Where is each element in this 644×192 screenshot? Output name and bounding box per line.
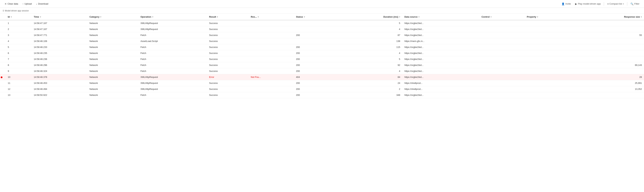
col-header-status[interactable]: Status ∨ [294,14,336,20]
table-cell: 200 [294,56,336,62]
table-cell: XMLHttpRequest [138,20,207,26]
table-cell [525,80,574,86]
col-header-id[interactable]: Id ∨ [6,14,32,20]
table-cell [294,38,336,44]
table-row[interactable]: 1314:58:50.922NetworkFetchSuccess200348h… [0,92,644,98]
sort-icon-res: ∨ [258,16,259,18]
table-cell [248,68,294,74]
row-indicator [0,38,6,44]
table-cell: Not Fou... [248,74,294,80]
table-cell: Network [88,50,138,56]
table-cell: 4 [336,26,402,32]
table-cell: https://orgbe1fed... [402,26,479,32]
invite-button[interactable]: 👤 Invite [560,2,573,6]
row-indicator [0,56,6,62]
col-header-operation[interactable]: Operation ∨ [138,14,207,20]
col-header-category[interactable]: Category ∨ [88,14,138,20]
table-cell [574,26,644,32]
table-cell: Fetch [138,50,207,56]
row-indicator [0,32,6,38]
col-header-res[interactable]: Res... ∨ [248,14,294,20]
upload-button[interactable]: ↑ Upload [20,2,34,6]
filter-button[interactable]: 🔍 Filter [629,2,641,6]
clear-data-button[interactable]: ✕ Clear data [3,2,20,6]
play-model-driven-app-button[interactable]: ▶ Play model-driven app [573,2,602,6]
table-cell: 5 [6,44,32,50]
table-row[interactable]: 114:58:47.167NetworkXMLHttpRequestSucces… [0,20,644,26]
table-cell: 14:58:47.771 [32,32,87,38]
col-header-responsesize[interactable]: Response size ∨ [574,14,644,20]
table-cell: Success [207,92,249,98]
sort-icon-id: ∨ [10,16,12,18]
table-cell: 200 [294,92,336,98]
table-cell: 9 [6,68,32,74]
table-cell [480,50,525,56]
table-cell [574,50,644,56]
table-cell [525,56,574,62]
table-cell: 14:58:48.233 [32,44,87,50]
table-row[interactable]: 714:58:48.236NetworkFetchSuccess2005http… [0,56,644,62]
clear-data-label: Clear data [8,2,18,5]
table-cell: Network [88,68,138,74]
table-cell: 92 [336,62,402,68]
table-cell [248,20,294,26]
row-indicator [0,26,6,32]
table-cell [574,20,644,26]
table-cell: 6 [6,50,32,56]
table-cell: Fetch [138,44,207,50]
table-cell: 1 [6,20,32,26]
table-row[interactable]: 414:58:48.106NetworkAssetLoad.ScriptSucc… [0,38,644,44]
table-cell: 55 [574,32,644,38]
table-cell: https://shellprod... [402,80,479,86]
col-header-property[interactable]: Property ∨ [525,14,574,20]
table-cell: 24 [336,80,402,86]
table-cell [294,26,336,32]
table-cell [480,56,525,62]
table-cell: https://mem.gfx.m... [402,38,479,44]
table-row[interactable]: 914:58:48.324NetworkFetchSuccess2004http… [0,68,644,74]
table-cell: 4 [6,38,32,44]
table-cell [480,26,525,32]
table-cell: 14:58:48.324 [32,68,87,74]
download-button[interactable]: ↓ Download [34,2,50,6]
table-cell: 4 [336,50,402,56]
table-cell: 14:58:48.296 [32,62,87,68]
table-header: Id ∨ Time ∨ Category ∨ [0,14,644,20]
sort-icon-responsesize: ∨ [641,16,642,18]
table-row[interactable]: 314:58:47.771NetworkFetchSuccess20087htt… [0,32,644,38]
col-header-result[interactable]: Result ∨ [207,14,249,20]
table-row[interactable]: 1214:58:48.494NetworkXMLHttpRequestSucce… [0,86,644,92]
download-label: Download [38,2,48,5]
table-row[interactable]: 1114:58:48.453NetworkXMLHttpRequestSucce… [0,80,644,86]
table-cell: Success [207,50,249,56]
row-indicator [0,74,6,80]
col-header-time[interactable]: Time ∨ [32,14,87,20]
table-row[interactable]: 514:58:48.233NetworkFetchSuccess200115ht… [0,44,644,50]
table-cell: https://shellprod... [402,86,479,92]
table-cell [248,50,294,56]
subtitle-text: Model-driven app session [5,10,29,12]
table-row[interactable]: 814:58:48.296NetworkFetchSuccess20092htt… [0,62,644,68]
sort-icon-time: ∨ [40,16,41,18]
table-cell: https://orgbe1fed... [402,20,479,26]
table-row[interactable]: 214:58:47.167NetworkXMLHttpRequestSucces… [0,26,644,32]
table-cell [248,32,294,38]
table-cell: Network [88,86,138,92]
table-cell [525,68,574,74]
table-cell [480,86,525,92]
col-header-datasource[interactable]: Data source ∨ [402,14,479,20]
col-header-duration[interactable]: Duration (ms) ∨ [336,14,402,20]
table-cell [480,44,525,50]
table-cell: XMLHttpRequest [138,26,207,32]
table-row[interactable]: 1014:58:48.378NetworkXMLHttpRequestError… [0,74,644,80]
table-cell: https://orgbe1fed... [402,44,479,50]
compact-list-button[interactable]: ≡ Compact list ∨ [606,2,626,6]
table-row[interactable]: 614:58:48.235NetworkFetchSuccess2004http… [0,50,644,56]
table-cell: 200 [294,32,336,38]
table-cell [525,86,574,92]
table-cell: Fetch [138,62,207,68]
col-header-control[interactable]: Control ∨ [480,14,525,20]
table-cell: 84 [336,74,402,80]
table-cell: AssetLoad.Script [138,38,207,44]
table-cell: 14:58:47.167 [32,26,87,32]
